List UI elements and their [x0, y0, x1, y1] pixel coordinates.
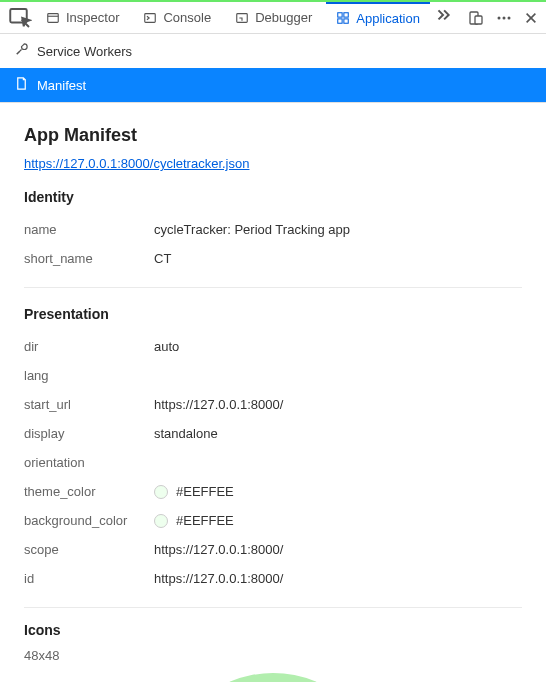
icon-size-label: 48x48: [24, 648, 522, 663]
row-dir: dir auto: [24, 332, 522, 361]
svg-rect-8: [344, 19, 348, 23]
tabs-overflow-button[interactable]: [434, 7, 452, 28]
row-scope: scope https://127.0.0.1:8000/: [24, 535, 522, 564]
row-short-name: short_name CT: [24, 244, 522, 273]
key-label: orientation: [24, 455, 154, 470]
key-label: short_name: [24, 251, 154, 266]
row-theme-color: theme_color #EEFFEE: [24, 477, 522, 506]
key-value: CT: [154, 251, 171, 266]
color-value: #EEFFEE: [176, 513, 234, 528]
devtools-tab-bar: Inspector Console Debugger: [0, 2, 546, 34]
tab-console[interactable]: Console: [133, 2, 221, 33]
tab-application[interactable]: Application: [326, 2, 430, 33]
tab-inspector[interactable]: Inspector: [36, 2, 129, 33]
responsive-mode-button[interactable]: [468, 10, 484, 26]
console-icon: [143, 11, 157, 25]
key-value: standalone: [154, 426, 218, 441]
key-label: display: [24, 426, 154, 441]
application-icon: [336, 11, 350, 25]
tab-console-label: Console: [163, 10, 211, 25]
tab-inspector-label: Inspector: [66, 10, 119, 25]
svg-rect-5: [338, 13, 342, 17]
svg-rect-6: [344, 13, 348, 17]
row-background-color: background_color #EEFFEE: [24, 506, 522, 535]
manifest-panel: App Manifest https://127.0.0.1:8000/cycl…: [0, 103, 546, 682]
key-value: https://127.0.0.1:8000/: [154, 397, 283, 412]
icons-section: Icons 48x48: [24, 622, 522, 682]
key-value: cycleTracker: Period Tracking app: [154, 222, 350, 237]
sidebar-item-service-workers[interactable]: Service Workers: [0, 34, 546, 68]
row-orientation: orientation: [24, 448, 522, 477]
sidebar-item-label: Manifest: [37, 78, 86, 93]
tab-debugger[interactable]: Debugger: [225, 2, 322, 33]
key-label: background_color: [24, 513, 154, 528]
sidebar-item-manifest[interactable]: Manifest: [0, 68, 546, 102]
row-display: display standalone: [24, 419, 522, 448]
key-label: scope: [24, 542, 154, 557]
more-options-button[interactable]: [496, 10, 512, 26]
row-id: id https://127.0.0.1:8000/: [24, 564, 522, 593]
key-label: dir: [24, 339, 154, 354]
toolbar-right-controls: [468, 10, 538, 26]
debugger-icon: [235, 11, 249, 25]
key-value: auto: [154, 339, 179, 354]
svg-rect-1: [48, 13, 59, 22]
icons-heading: Icons: [24, 622, 522, 638]
manifest-url-link[interactable]: https://127.0.0.1:8000/cycletracker.json: [24, 156, 249, 171]
key-label: name: [24, 222, 154, 237]
key-label: id: [24, 571, 154, 586]
document-icon: [14, 76, 29, 94]
close-devtools-button[interactable]: [524, 11, 538, 25]
key-value: https://127.0.0.1:8000/: [154, 571, 283, 586]
sidebar-item-label: Service Workers: [37, 44, 132, 59]
row-start-url: start_url https://127.0.0.1:8000/: [24, 390, 522, 419]
presentation-section: Presentation dir auto lang start_url htt…: [24, 306, 522, 608]
key-value: https://127.0.0.1:8000/: [154, 542, 283, 557]
svg-rect-7: [338, 19, 342, 23]
key-label: theme_color: [24, 484, 154, 499]
svg-rect-10: [475, 16, 482, 24]
row-name: name cycleTracker: Period Tracking app: [24, 215, 522, 244]
key-label: start_url: [24, 397, 154, 412]
presentation-heading: Presentation: [24, 306, 522, 322]
page-title: App Manifest: [24, 125, 522, 146]
tab-application-label: Application: [356, 11, 420, 26]
identity-heading: Identity: [24, 189, 522, 205]
inspector-icon: [46, 11, 60, 25]
color-value: #EEFFEE: [176, 484, 234, 499]
svg-point-11: [498, 16, 501, 19]
application-sidebar: Service Workers Manifest: [0, 34, 546, 103]
element-picker-button[interactable]: [8, 6, 32, 30]
key-label: lang: [24, 368, 154, 383]
svg-point-12: [503, 16, 506, 19]
wrench-icon: [14, 42, 29, 60]
icon-preview: [163, 673, 383, 682]
key-value: #EEFFEE: [154, 513, 234, 528]
key-value: #EEFFEE: [154, 484, 234, 499]
tab-debugger-label: Debugger: [255, 10, 312, 25]
color-swatch: [154, 485, 168, 499]
svg-point-13: [508, 16, 511, 19]
identity-section: Identity name cycleTracker: Period Track…: [24, 189, 522, 288]
color-swatch: [154, 514, 168, 528]
row-lang: lang: [24, 361, 522, 390]
